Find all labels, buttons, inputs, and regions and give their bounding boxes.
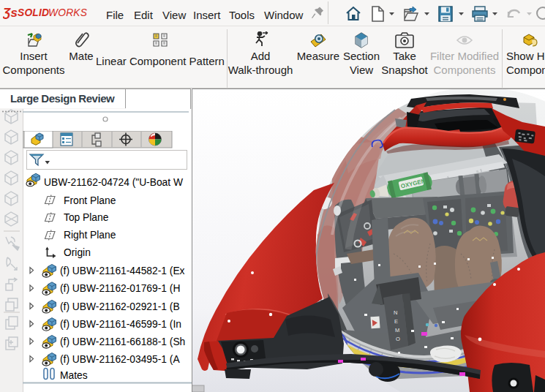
svg-text:WORKS: WORKS xyxy=(48,7,88,18)
svg-text:Top Plane: Top Plane xyxy=(64,212,109,223)
svg-text:(f) UBW-21161-44582-1 (Ex: (f) UBW-21161-44582-1 (Ex xyxy=(60,265,185,276)
svg-text:Right Plane: Right Plane xyxy=(64,230,116,241)
svg-text:Mates: Mates xyxy=(60,370,88,381)
svg-text:(f) UBW-21162-02921-1 (B: (f) UBW-21162-02921-1 (B xyxy=(60,301,180,312)
svg-text:Front Plane: Front Plane xyxy=(64,195,116,206)
svg-text:(f) UBW-21162-03495-1 (A: (f) UBW-21162-03495-1 (A xyxy=(60,354,180,365)
svg-text:(f) UBW-21161-66188-1 (Sh: (f) UBW-21161-66188-1 (Sh xyxy=(60,336,185,347)
svg-text:UBW-21162-04724 ("U-Boat W: UBW-21162-04724 ("U-Boat W xyxy=(44,177,183,188)
svg-text:(f) UBW-21162-01769-1 (H: (f) UBW-21162-01769-1 (H xyxy=(60,283,180,294)
svg-text:Ʒs: Ʒs xyxy=(3,6,18,20)
svg-text:SOLID: SOLID xyxy=(18,7,49,18)
svg-text:(f) UBW-21161-46599-1 (In: (f) UBW-21161-46599-1 (In xyxy=(60,319,181,330)
svg-text:Origin: Origin xyxy=(64,247,91,258)
